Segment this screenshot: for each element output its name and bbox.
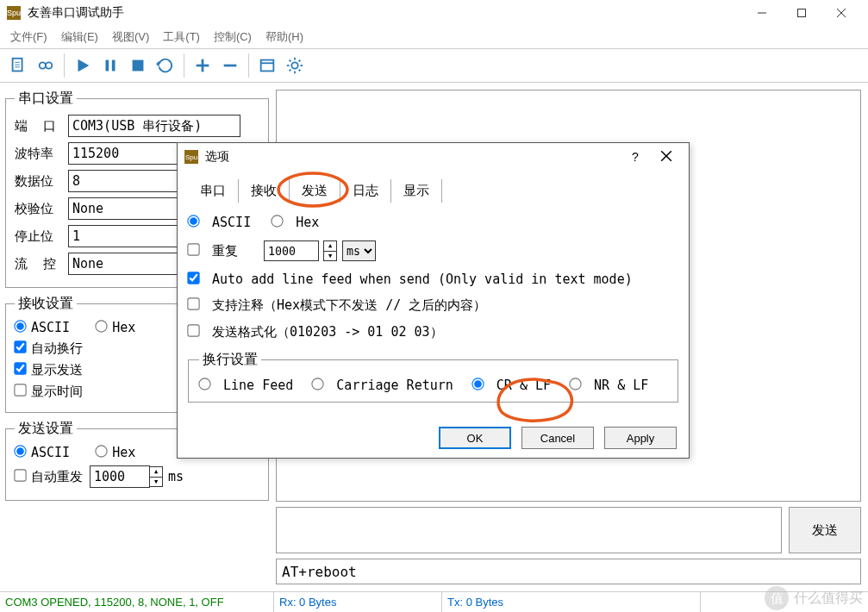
repeat-interval-input[interactable] xyxy=(90,465,150,488)
dlg-repeat-check[interactable]: 重复 xyxy=(188,243,238,259)
menubar: 文件(F) 编辑(E) 视图(V) 工具(T) 控制(C) 帮助(H) xyxy=(0,26,868,48)
stop-label: 停止位 xyxy=(15,228,68,245)
svg-marker-14 xyxy=(156,61,159,67)
svg-rect-11 xyxy=(106,60,109,72)
lf-option-lf[interactable]: Line Feed xyxy=(199,378,293,393)
baud-label: 波特率 xyxy=(15,146,68,162)
auto-wrap-check[interactable]: 自动换行 xyxy=(15,340,83,356)
linefeed-group: 换行设置 Line Feed Carriage Return CR & LF N… xyxy=(188,351,678,403)
dlg-send-format-check[interactable]: 发送格式化（010203 -> 01 02 03） xyxy=(188,324,443,340)
plus-icon[interactable] xyxy=(190,53,215,78)
repeat-unit: ms xyxy=(168,469,184,484)
svg-line-28 xyxy=(299,60,301,62)
dlg-comment-check[interactable]: 支持注释（Hex模式下不发送 // 之后的内容） xyxy=(188,297,486,314)
window-titlebar: Spu 友善串口调试助手 xyxy=(0,0,868,26)
send-button[interactable]: 发送 xyxy=(789,507,861,553)
toolbar xyxy=(0,48,868,83)
menu-edit[interactable]: 编辑(E) xyxy=(54,29,105,45)
dialog-titlebar: Spu 选项 ? xyxy=(178,143,689,171)
dialog-app-icon: Spu xyxy=(184,150,198,164)
svg-rect-1 xyxy=(798,9,806,17)
menu-tools[interactable]: 工具(T) xyxy=(156,29,207,45)
linefeed-legend: 换行设置 xyxy=(199,351,261,369)
status-rx: Rx: 0 Bytes xyxy=(274,592,442,612)
svg-line-25 xyxy=(290,60,291,62)
gear-icon[interactable] xyxy=(282,53,308,78)
recv-hex-radio[interactable]: Hex xyxy=(96,320,135,335)
svg-rect-18 xyxy=(261,60,274,72)
svg-line-26 xyxy=(299,70,301,72)
svg-rect-13 xyxy=(133,60,144,72)
dlg-ascii-radio[interactable]: ASCII xyxy=(188,215,251,230)
maximize-button[interactable] xyxy=(782,0,821,26)
svg-point-20 xyxy=(291,62,297,68)
status-port: COM3 OPENED, 115200, 8, NONE, 1, OFF xyxy=(0,592,274,612)
data-label: 数据位 xyxy=(15,173,68,190)
loop-icon[interactable] xyxy=(153,53,178,78)
send-hex-radio[interactable]: Hex xyxy=(96,445,135,460)
show-time-check[interactable]: 显示时间 xyxy=(15,384,83,399)
tab-serial[interactable]: 串口 xyxy=(188,179,239,203)
lf-option-nrlf[interactable]: NR & LF xyxy=(570,378,648,393)
pause-icon[interactable] xyxy=(97,53,123,78)
dlg-repeat-value[interactable] xyxy=(264,240,319,261)
svg-line-27 xyxy=(290,70,291,72)
dialog-button-row: OK Cancel Apply xyxy=(178,418,689,458)
dlg-hex-radio[interactable]: Hex xyxy=(272,215,319,230)
tab-log[interactable]: 日志 xyxy=(340,179,391,203)
svg-marker-10 xyxy=(78,59,90,72)
command-input[interactable] xyxy=(276,559,861,584)
options-dialog: Spu 选项 ? 串口 接收 发送 日志 显示 ASCII Hex 重复 ▲▼ … xyxy=(177,142,690,459)
svg-rect-12 xyxy=(112,60,116,72)
flow-label: 流 控 xyxy=(15,256,68,272)
send-settings-legend: 发送设置 xyxy=(15,420,77,438)
send-ascii-radio[interactable]: ASCII xyxy=(15,445,70,460)
port-input[interactable] xyxy=(68,115,240,137)
zdm-watermark: 值 什么值得买 xyxy=(765,586,863,610)
tab-send[interactable]: 发送 xyxy=(290,179,340,203)
recv-ascii-radio[interactable]: ASCII xyxy=(15,320,70,335)
menu-view[interactable]: 视图(V) xyxy=(105,29,156,45)
serial-settings-legend: 串口设置 xyxy=(15,90,77,108)
window-icon[interactable] xyxy=(254,53,280,78)
lf-option-cr[interactable]: Carriage Return xyxy=(312,378,453,393)
app-icon: Spu xyxy=(7,6,21,20)
ok-button[interactable]: OK xyxy=(439,427,511,449)
zdm-icon: 值 xyxy=(765,586,789,610)
dialog-tabs: 串口 接收 发送 日志 显示 xyxy=(188,179,678,203)
recv-settings-legend: 接收设置 xyxy=(15,295,77,313)
menu-help[interactable]: 帮助(H) xyxy=(259,29,310,45)
close-button[interactable] xyxy=(821,0,861,26)
record-icon[interactable] xyxy=(33,53,59,78)
dlg-repeat-spinner[interactable]: ▲▼ xyxy=(323,240,337,261)
dlg-repeat-unit[interactable]: ms xyxy=(342,240,376,261)
auto-repeat-check[interactable]: 自动重发 xyxy=(15,469,83,485)
tab-display[interactable]: 显示 xyxy=(391,179,442,203)
menu-file[interactable]: 文件(F) xyxy=(3,29,54,45)
menu-control[interactable]: 控制(C) xyxy=(207,29,259,45)
dialog-help-button[interactable]: ? xyxy=(620,150,651,164)
lf-option-crlf[interactable]: CR & LF xyxy=(472,378,551,393)
play-icon[interactable] xyxy=(70,53,96,78)
stop-icon[interactable] xyxy=(125,53,151,78)
cancel-button[interactable]: Cancel xyxy=(521,427,594,449)
port-label: 端 口 xyxy=(15,118,68,134)
minus-icon[interactable] xyxy=(217,53,243,78)
statusbar: COM3 OPENED, 115200, 8, NONE, 1, OFF Rx:… xyxy=(0,591,868,612)
svg-point-9 xyxy=(46,62,52,68)
parity-label: 校验位 xyxy=(15,201,68,217)
minimize-button[interactable] xyxy=(742,0,782,26)
dialog-close-button[interactable] xyxy=(651,150,682,165)
send-text-input[interactable] xyxy=(276,507,782,553)
zdm-text: 什么值得买 xyxy=(794,590,863,608)
window-title: 友善串口调试助手 xyxy=(28,5,742,21)
dialog-title: 选项 xyxy=(205,149,620,165)
dlg-auto-lf-check[interactable]: Auto add line feed when send (Only valid… xyxy=(188,272,633,287)
tab-recv[interactable]: 接收 xyxy=(239,179,290,203)
svg-point-8 xyxy=(40,62,46,68)
apply-button[interactable]: Apply xyxy=(604,427,677,449)
new-file-icon[interactable] xyxy=(5,53,31,78)
repeat-spinner[interactable]: ▲▼ xyxy=(149,466,163,487)
status-tx: Tx: 0 Bytes xyxy=(442,592,701,612)
show-send-check[interactable]: 显示发送 xyxy=(15,362,83,378)
